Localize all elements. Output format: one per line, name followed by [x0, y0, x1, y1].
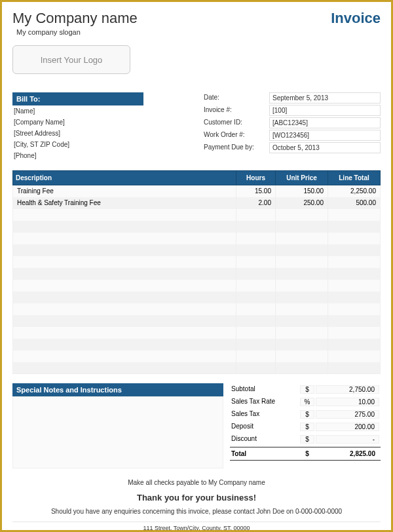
cell-total: [328, 221, 381, 233]
company-slogan: My company slogan: [16, 28, 138, 36]
meta-label-invoice-no: Invoice #:: [204, 105, 269, 116]
table-row: Training Fee15.00150.002,250.00: [13, 185, 381, 197]
meta-value-customer-id: [ABC12345]: [269, 117, 381, 128]
table-row: [13, 362, 381, 374]
table-row: [13, 303, 381, 315]
bill-to-name: [Name]: [12, 105, 143, 117]
cell-desc: [13, 268, 236, 280]
cell-total: [328, 315, 381, 327]
totals-row: Deposit$200.00: [230, 421, 381, 433]
cell-total: [328, 268, 381, 280]
cell-price: [276, 256, 328, 268]
notes-block: Special Notes and Instructions: [12, 383, 223, 468]
col-header-total: Line Total: [328, 171, 381, 185]
invoice-meta: Date:September 5, 2013 Invoice #:[100] C…: [204, 92, 381, 161]
cell-desc: [13, 303, 236, 315]
cell-desc: [13, 244, 236, 256]
cell-price: [276, 327, 328, 339]
footer-address: 111 Street, Town/City, County, ST, 00000: [12, 525, 381, 531]
table-row: [13, 339, 381, 351]
cell-desc: Health & Safety Training Fee: [13, 197, 236, 209]
table-row: Health & Safety Training Fee2.00250.0050…: [13, 197, 381, 209]
bill-to-phone: [Phone]: [12, 150, 143, 161]
col-header-price: Unit Price: [276, 171, 328, 185]
cell-hours: [236, 256, 276, 268]
footer: Make all checks payable to My Company na…: [12, 479, 381, 532]
cell-price: [276, 221, 328, 233]
cell-hours: [236, 233, 276, 244]
cell-total: [328, 351, 381, 362]
cell-desc: [13, 315, 236, 327]
totals-sym: $: [300, 385, 314, 394]
grand-total-sym: $: [300, 450, 314, 457]
bill-to-city: [City, ST ZIP Code]: [12, 139, 143, 150]
meta-label-date: Date:: [204, 92, 269, 104]
cell-hours: [236, 315, 276, 327]
table-row: [13, 351, 381, 362]
cell-desc: [13, 327, 236, 339]
cell-desc: [13, 339, 236, 351]
cell-price: [276, 339, 328, 351]
cell-price: [276, 209, 328, 221]
cell-hours: [236, 303, 276, 315]
meta-label-customer-id: Customer ID:: [204, 117, 269, 128]
items-table: Description Hours Unit Price Line Total …: [12, 170, 381, 374]
bill-to-company: [Company Name]: [12, 117, 143, 128]
totals-label: Deposit: [231, 423, 300, 431]
meta-value-due: October 5, 2013: [269, 142, 381, 153]
totals-sym: $: [300, 423, 314, 431]
totals-label: Sales Tax Rate: [231, 398, 300, 406]
table-row: [13, 315, 381, 327]
cell-desc: [13, 221, 236, 233]
meta-value-work-order: [WO123456]: [269, 130, 381, 141]
totals-value: 200.00: [316, 423, 379, 431]
cell-desc: Training Fee: [13, 185, 236, 197]
cell-hours: [236, 209, 276, 221]
cell-hours: [236, 244, 276, 256]
cell-hours: [236, 280, 276, 292]
footer-enquiry: Should you have any enquiries concerning…: [12, 508, 381, 518]
cell-total: 500.00: [328, 197, 381, 209]
cell-total: [328, 244, 381, 256]
cell-price: [276, 362, 328, 374]
meta-label-due: Payment Due by:: [204, 142, 269, 153]
totals-sym: %: [300, 398, 314, 406]
totals-value: 10.00: [316, 398, 379, 406]
meta-label-work-order: Work Order #:: [204, 130, 269, 141]
cell-desc: [13, 292, 236, 303]
totals-block: Subtotal$2,750.00Sales Tax Rate%10.00Sal…: [230, 383, 381, 468]
table-row: [13, 233, 381, 244]
table-row: [13, 327, 381, 339]
cell-hours: 2.00: [236, 197, 276, 209]
totals-label: Subtotal: [231, 385, 300, 394]
totals-value: 275.00: [316, 410, 379, 419]
cell-hours: [236, 221, 276, 233]
cell-price: [276, 351, 328, 362]
cell-desc: [13, 351, 236, 362]
company-name: My Company name: [12, 10, 138, 27]
grand-total-value: 2,825.00: [316, 450, 379, 457]
notes-header: Special Notes and Instructions: [12, 383, 223, 396]
bill-to-header: Bill To:: [12, 92, 143, 105]
cell-total: [328, 209, 381, 221]
table-row: [13, 280, 381, 292]
cell-desc: [13, 280, 236, 292]
cell-total: [328, 362, 381, 374]
cell-desc: [13, 233, 236, 244]
totals-label: Sales Tax: [231, 410, 300, 419]
cell-price: [276, 244, 328, 256]
cell-price: [276, 303, 328, 315]
cell-hours: [236, 339, 276, 351]
header: My Company name My company slogan Invoic…: [12, 10, 381, 36]
table-row: [13, 292, 381, 303]
cell-price: 250.00: [276, 197, 328, 209]
grand-total-row: Total $ 2,825.00: [230, 447, 381, 461]
cell-total: [328, 292, 381, 303]
totals-value: -: [316, 435, 379, 444]
cell-total: [328, 303, 381, 315]
cell-hours: [236, 292, 276, 303]
cell-total: [328, 339, 381, 351]
logo-placeholder[interactable]: Insert Your Logo: [12, 45, 130, 74]
totals-label: Discount: [231, 435, 300, 444]
col-header-description: Description: [13, 171, 236, 185]
